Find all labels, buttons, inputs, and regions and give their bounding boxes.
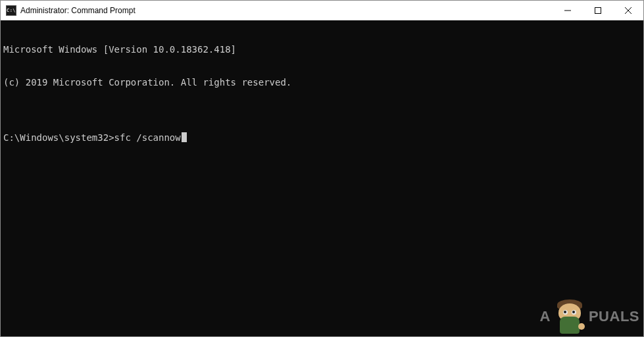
terminal-output-line: (c) 2019 Microsoft Corporation. All righ…	[3, 77, 641, 88]
maximize-icon	[595, 7, 601, 14]
terminal-prompt: C:\Windows\system32>	[3, 132, 114, 143]
terminal-cursor	[182, 132, 187, 142]
minimize-button[interactable]	[553, 1, 583, 20]
window-title: Administrator: Command Prompt	[20, 6, 553, 15]
watermark-prefix: A	[540, 308, 551, 325]
close-icon	[625, 7, 632, 14]
watermark: A PUALS	[540, 299, 639, 334]
minimize-icon	[564, 7, 571, 14]
window-controls	[553, 1, 643, 20]
terminal-prompt-line: C:\Windows\system32>sfc /scannow	[3, 132, 641, 143]
titlebar[interactable]: C:\ Administrator: Command Prompt	[1, 1, 643, 20]
terminal-area[interactable]: Microsoft Windows [Version 10.0.18362.41…	[1, 20, 643, 336]
watermark-mascot-icon	[555, 299, 585, 334]
svg-rect-1	[595, 7, 601, 13]
command-prompt-window: C:\ Administrator: Command Prompt Micros…	[0, 0, 644, 337]
maximize-button[interactable]	[583, 1, 613, 20]
cmd-icon: C:\	[6, 5, 16, 16]
watermark-suffix: PUALS	[589, 308, 639, 325]
terminal-output-line: Microsoft Windows [Version 10.0.18362.41…	[3, 44, 641, 55]
terminal-command: sfc /scannow	[114, 132, 181, 143]
close-button[interactable]	[613, 1, 643, 20]
